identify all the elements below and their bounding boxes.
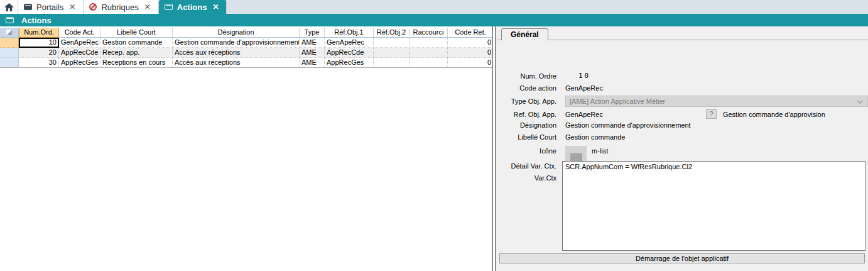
field-label: Num. Ordre [496, 72, 556, 80]
detail-var-ctx-textarea[interactable]: SCR.AppNumCom = WfResRubrique.Cl2 [562, 161, 865, 251]
libelle-court-value[interactable]: Gestion commande [565, 133, 625, 141]
cell-ref-obj-1[interactable]: GenApeRec [325, 38, 374, 48]
cell-code-ret[interactable]: 0 [448, 48, 492, 58]
column-header-code-ret[interactable]: Code Ret. [448, 28, 492, 38]
field-label: Var.Ctx [496, 174, 556, 182]
column-header-ref-obj-1[interactable]: Réf.Obj.1 [325, 28, 374, 38]
grid-area: Num.Ord. Code Act. Libellé Court Désigna… [0, 26, 492, 271]
field-label: Code action [496, 84, 556, 92]
tab-label: Rubriques [101, 3, 138, 12]
column-header-libelle-court[interactable]: Libellé Court [100, 28, 173, 38]
field-label: Détail Var. Ctx. [496, 162, 556, 170]
cell-libelle-court[interactable]: Recep. app. [100, 48, 173, 58]
cell-num-ord-selected[interactable]: 10 [19, 38, 59, 48]
row-selector[interactable] [0, 58, 19, 68]
cell-code-act[interactable]: GenApeRec [59, 38, 100, 48]
cell-raccourci[interactable] [410, 38, 448, 48]
column-header-num-ord[interactable]: Num.Ord. [19, 28, 59, 38]
cell-designation[interactable]: Gestion commande d'approvisionnement [173, 38, 300, 48]
cell-ref-obj-2[interactable] [374, 48, 410, 58]
corner-triangle-icon [6, 30, 12, 35]
column-header-ref-obj-2[interactable]: Réf.Obj.2 [374, 28, 410, 38]
window-icon [24, 4, 32, 10]
cell-ref-obj-2[interactable] [374, 38, 410, 48]
cell-raccourci[interactable] [410, 58, 448, 68]
row-selector[interactable] [0, 38, 19, 48]
cell-code-ret[interactable]: 0 [448, 38, 492, 48]
code-action-value[interactable]: GenApeRec [565, 84, 603, 92]
field-code-action: Code action GenApeRec [496, 84, 848, 92]
tab-bar: Portails ✕ Rubriques ✕ Actions ✕ [0, 0, 868, 14]
field-label: Libellé Court [496, 133, 556, 141]
column-header-code-act[interactable]: Code Act. [59, 28, 100, 38]
ref-obj-app-value[interactable]: GenApeRec [565, 111, 603, 118]
cell-num-ord[interactable]: 20 [19, 48, 59, 58]
column-header-type[interactable]: Type [300, 28, 325, 38]
cell-code-act[interactable]: AppRecGes [59, 58, 100, 68]
home-button[interactable] [0, 0, 18, 14]
table-header-row: Num.Ord. Code Act. Libellé Court Désigna… [0, 28, 492, 38]
close-icon[interactable]: ✕ [211, 3, 220, 11]
window-icon [6, 17, 14, 23]
tab-portails[interactable]: Portails ✕ [18, 0, 84, 14]
cell-ref-obj-2[interactable] [374, 58, 410, 68]
cell-libelle-court[interactable]: Gestion commande [100, 38, 173, 48]
help-button[interactable]: ? [706, 109, 717, 119]
designation-value[interactable]: Gestion commande d'approvisionnement [565, 121, 691, 129]
tab-rubriques[interactable]: Rubriques ✕ [84, 0, 158, 14]
tab-actions[interactable]: Actions ✕ [159, 0, 227, 14]
cell-designation[interactable]: Accès aux réceptions [173, 48, 300, 58]
column-header-raccourci[interactable]: Raccourci [410, 28, 448, 38]
cell-raccourci[interactable] [410, 48, 448, 58]
cell-type[interactable]: AME [300, 38, 325, 48]
close-icon[interactable]: ✕ [143, 3, 152, 11]
tab-label: Portails [36, 3, 63, 12]
forbidden-icon [89, 3, 97, 11]
home-icon [4, 3, 14, 11]
window-title-bar: Actions [0, 14, 868, 26]
list-icon [570, 153, 582, 161]
panel-splitter[interactable] [492, 26, 496, 271]
table-row[interactable]: 10 GenApeRec Gestion commande Gestion co… [0, 38, 492, 48]
close-icon[interactable]: ✕ [68, 3, 77, 11]
field-num-ordre: Num. Ordre 10 [496, 72, 848, 80]
num-ordre-value: 10 [578, 72, 590, 80]
cell-libelle-court[interactable]: Receptions en cours [100, 58, 173, 68]
field-label: Icône [496, 147, 556, 155]
cell-code-ret[interactable]: 0 [448, 58, 492, 68]
select-all-corner[interactable] [0, 28, 19, 38]
detail-panel: Général Num. Ordre 10 Code action GenApe… [496, 26, 868, 271]
actions-table: Num.Ord. Code Act. Libellé Court Désigna… [0, 28, 492, 68]
field-label: Désignation [496, 121, 556, 129]
tab-general[interactable]: Général [501, 28, 548, 40]
tab-label: Actions [177, 3, 207, 12]
chevron-down-icon [857, 98, 864, 104]
column-header-designation[interactable]: Désignation [173, 28, 300, 38]
window-icon [165, 4, 173, 10]
field-designation: Désignation Gestion commande d'approvisi… [496, 121, 868, 129]
start-object-button[interactable]: Démarrage de l'objet applicatif [499, 253, 865, 263]
cell-type[interactable]: AME [300, 48, 325, 58]
field-label: Type Obj. App. [496, 97, 556, 105]
cell-type[interactable]: AME [300, 58, 325, 68]
ref-obj-app-hint: Gestion commande d'approvision [723, 111, 825, 118]
type-obj-app-select: [AME] Action Applicative Métier [565, 96, 868, 107]
table-row[interactable]: 30 AppRecGes Receptions en cours Accès a… [0, 58, 492, 68]
field-ref-obj-app: Ref. Obj. App. GenApeRec ? Gestion comma… [496, 109, 868, 119]
panel-divider [497, 40, 868, 40]
icone-name: m-list [592, 147, 608, 155]
cell-designation[interactable]: Accès aux réceptions [173, 58, 300, 68]
table-row[interactable]: 20 AppRecCde Recep. app. Accès aux récep… [0, 48, 492, 58]
window-title: Actions [21, 16, 52, 25]
cell-ref-obj-1[interactable]: AppRecCde [325, 48, 374, 58]
type-obj-app-value: [AME] Action Applicative Métier [570, 97, 665, 105]
cell-ref-obj-1[interactable]: AppRecGes [325, 58, 374, 68]
main-content: Num.Ord. Code Act. Libellé Court Désigna… [0, 26, 868, 271]
cell-num-ord[interactable]: 30 [19, 58, 59, 68]
field-libelle-court: Libellé Court Gestion commande [496, 133, 868, 141]
field-type-obj-app: Type Obj. App. [AME] Action Applicative … [496, 96, 868, 107]
field-label: Ref. Obj. App. [496, 111, 556, 118]
cell-code-act[interactable]: AppRecCde [59, 48, 100, 58]
row-selector[interactable] [0, 48, 19, 58]
